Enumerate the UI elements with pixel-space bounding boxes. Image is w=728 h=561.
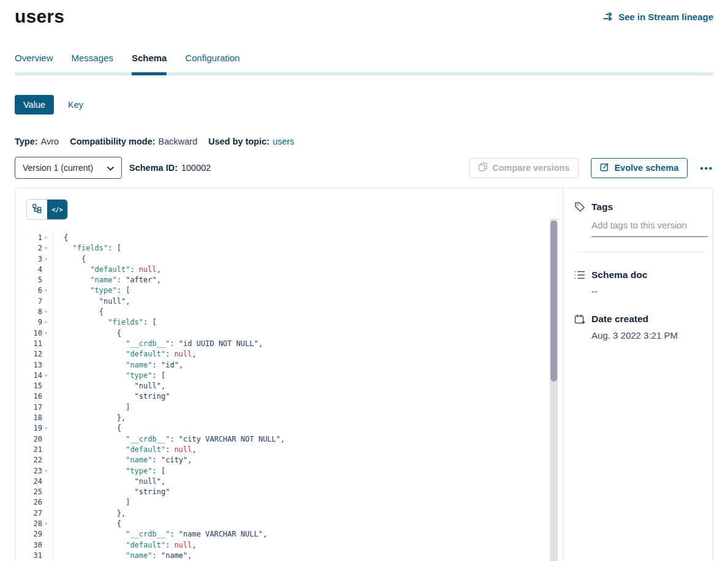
fold-toggle-icon[interactable]: ▾ [42,307,50,317]
code-line-text: "type": [ [53,285,130,296]
tab-overview[interactable]: Overview [15,53,53,75]
tab-messages[interactable]: Messages [72,53,113,75]
code-line: 17 ] [15,402,563,413]
tree-view-button[interactable] [27,200,47,219]
version-select[interactable]: Version 1 (current) [15,157,122,179]
fold-toggle-icon[interactable]: ▾ [42,466,50,476]
key-toggle-button[interactable]: Key [68,100,83,110]
schema-doc-section: Schema doc -- [563,269,713,296]
code-line-text: ] [53,497,130,508]
fold-toggle-icon[interactable]: ▾ [42,317,50,328]
code-line: 5 "name": "after", [15,275,563,285]
line-number: 27 [34,508,42,519]
fold-toggle-icon[interactable]: ▾ [42,328,50,339]
line-number: 31 [34,551,42,561]
used-by-topic-link[interactable]: users [272,137,294,146]
code-line: 1▾{ [15,233,563,243]
code-line: 19▾ { [15,423,563,434]
code-line-text: "fields": [ [53,243,121,254]
page-title: users [15,6,64,27]
more-actions-button[interactable]: ••• [700,163,713,173]
code-line-text: { [53,328,121,339]
code-line-text: "default": null, [53,265,161,275]
editor-scrollbar-track[interactable] [550,219,558,561]
compatibility-mode-value: Backward [159,137,198,146]
code-line: 12 "default": null, [15,349,563,360]
code-line-text: "type": [ [53,371,165,381]
schema-meta-row: Type: Avro Compatibility mode: Backward … [15,137,713,146]
fold-toggle-icon[interactable]: ▾ [42,233,50,243]
tab-schema[interactable]: Schema [132,53,167,75]
code-line: 22 "name": "city", [15,455,563,465]
fold-toggle-icon[interactable]: ▾ [42,519,50,529]
code-line: 25 "string" [15,487,563,497]
code-line: 20 "__crdb__": "city VARCHAR NOT NULL", [15,434,563,445]
code-line: 11 "__crdb__": "id UUID NOT NULL", [15,339,563,349]
editor-toolbar: </> [26,199,563,220]
fold-toggle-icon[interactable]: ▾ [42,243,50,254]
code-line-text: "string" [53,487,170,497]
schema-doc-heading: Schema doc [591,269,647,280]
tab-configuration[interactable]: Configuration [185,53,239,75]
line-number: 12 [34,349,42,360]
see-in-stream-lineage-link[interactable]: See in Stream lineage [603,12,713,22]
stream-lineage-icon [603,12,614,21]
line-number: 9 [38,317,42,328]
line-number: 24 [34,476,42,487]
line-number: 13 [34,360,42,371]
line-number: 5 [38,275,42,285]
compare-versions-button[interactable]: Compare versions [469,158,579,178]
fold-toggle-icon[interactable]: ▾ [42,254,50,265]
code-line-text: { [53,519,121,529]
code-line-text: "fields": [ [53,317,157,328]
code-line: 14▾ "type": [ [15,371,563,381]
code-line-text: "__crdb__": "city VARCHAR NOT NULL", [53,434,285,445]
code-line-text: { [53,233,68,243]
line-number: 4 [38,265,42,275]
tags-section: Tags [563,201,713,237]
evolve-schema-button[interactable]: Evolve schema [591,158,688,178]
list-icon [574,270,585,280]
code-line: 21 "default": null, [15,445,563,455]
code-line: 7 "null", [15,296,563,307]
tags-heading: Tags [591,201,613,213]
fold-toggle-icon[interactable]: ▾ [42,423,50,434]
view-toggle: </> [26,199,68,220]
code-line-text: "null", [53,476,165,487]
fold-toggle-icon[interactable]: ▾ [42,371,50,381]
schema-id: Schema ID: 100002 [129,163,211,173]
code-view-button[interactable]: </> [47,200,67,219]
code-line-text: }, [53,508,126,519]
add-tags-input[interactable] [591,213,708,237]
date-created-heading: Date created [591,314,648,325]
code-line-text: { [53,423,121,434]
schema-id-value: 100002 [181,163,211,173]
code-line: 31 "name": "name", [15,551,563,561]
value-toggle-button[interactable]: Value [15,95,54,115]
used-by-topic-label: Used by topic: [208,137,269,146]
code-line: 27 }, [15,508,563,519]
code-line: 13 "name": "id", [15,360,563,371]
code-line-text: }, [53,413,126,423]
line-number: 30 [34,540,42,551]
code-line-text: { [53,254,86,265]
editor-scrollbar-thumb[interactable] [550,220,557,382]
type-value: Avro [41,137,59,146]
topic-tabs: Overview Messages Schema Configuration [15,53,713,75]
edit-schema-icon [600,162,609,173]
code-line-text: "name": "city", [53,455,192,465]
calendar-plus-icon [574,314,585,325]
code-line-text: "default": null, [53,349,197,360]
line-number: 23 [34,466,42,476]
code-line: 16 "string" [15,391,563,402]
code-line-text: "null", [53,296,130,307]
code-line-text: "name": "id", [53,360,183,371]
code-line: 18 }, [15,413,563,423]
line-number: 17 [34,402,42,413]
code-line: 24 "null", [15,476,563,487]
line-number: 8 [38,307,42,317]
value-key-toggle: Value Key [15,95,713,115]
line-number: 28 [34,519,42,529]
line-number: 15 [34,381,42,391]
fold-toggle-icon[interactable]: ▾ [42,285,50,296]
